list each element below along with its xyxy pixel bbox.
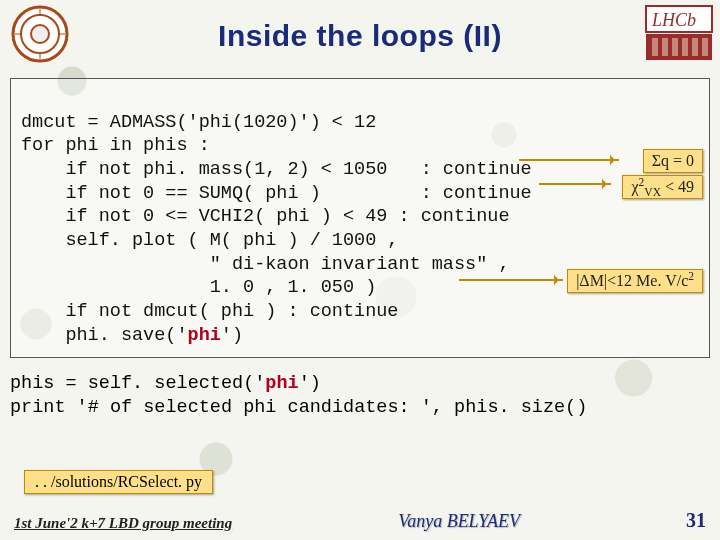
code-line: " di-kaon invariant mass" , <box>21 254 509 275</box>
code-line: if not phi. mass(1, 2) < 1050 : continue <box>21 159 532 180</box>
header: Inside the loops (II) LHCb <box>0 0 720 72</box>
svg-rect-12 <box>672 38 678 56</box>
code-line: phi. save('phi') <box>21 325 243 346</box>
code-line: dmcut = ADMASS('phi(1020)') < 12 <box>21 112 376 133</box>
lower-code: phis = self. selected('phi') print '# of… <box>10 372 710 420</box>
callout-delta-m: |ΔM|<12 Me. V/c2 <box>567 269 703 293</box>
svg-text:LHCb: LHCb <box>651 10 696 30</box>
footer: 1st June'2 k+7 LBD group meeting Vanya B… <box>0 509 720 532</box>
lhcb-logo-icon: LHCb <box>644 4 714 66</box>
code-line: print '# of selected phi candidates: ', … <box>10 397 587 418</box>
page-title: Inside the loops (II) <box>218 19 502 53</box>
svg-rect-11 <box>662 38 668 56</box>
connector-line <box>459 279 563 281</box>
path-callout: . . /solutions/RCSelect. py <box>24 470 213 494</box>
code-line: phis = self. selected('phi') <box>10 373 321 394</box>
svg-rect-13 <box>682 38 688 56</box>
callout-sigma-q: Σq = 0 <box>643 149 703 173</box>
footer-left: 1st June'2 k+7 LBD group meeting <box>14 515 232 532</box>
code-line: self. plot ( M( phi ) / 1000 , <box>21 230 398 251</box>
code-box: dmcut = ADMASS('phi(1020)') < 12 for phi… <box>10 78 710 358</box>
page-number: 31 <box>686 509 706 532</box>
code-line: if not dmcut( phi ) : continue <box>21 301 398 322</box>
svg-rect-10 <box>652 38 658 56</box>
svg-rect-14 <box>692 38 698 56</box>
code-line: if not 0 == SUMQ( phi ) : continue <box>21 183 532 204</box>
code-block: dmcut = ADMASS('phi(1020)') < 12 for phi… <box>21 87 699 347</box>
code-line: 1. 0 , 1. 050 ) <box>21 277 376 298</box>
callout-chi2vx: χ2VX < 49 <box>622 175 703 199</box>
seal-icon <box>10 4 70 68</box>
code-line: for phi in phis : <box>21 135 210 156</box>
svg-point-2 <box>31 25 49 43</box>
code-line: if not 0 <= VCHI2( phi ) < 49 : continue <box>21 206 509 227</box>
connector-line <box>539 183 611 185</box>
footer-author: Vanya BELYAEV <box>398 511 520 532</box>
connector-line <box>519 159 619 161</box>
svg-rect-15 <box>702 38 708 56</box>
